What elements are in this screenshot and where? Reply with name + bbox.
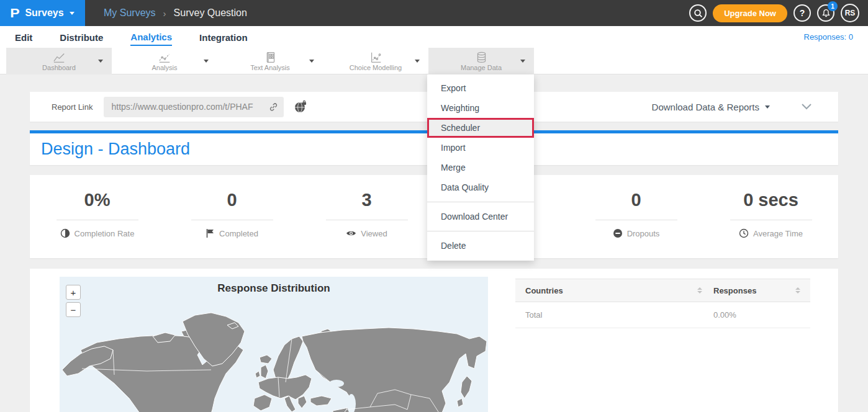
help-button[interactable]: ? <box>793 4 811 22</box>
tab-integration[interactable]: Integration <box>199 29 248 45</box>
countries-table: Countries Responses Total 0.00% <box>515 279 810 328</box>
upgrade-now-button[interactable]: Upgrade Now <box>713 4 787 22</box>
minus-circle-icon <box>613 228 623 238</box>
manage-data-menu: Export Weighting Scheduler Import Merge … <box>427 74 534 261</box>
menu-item-scheduler[interactable]: Scheduler <box>427 118 534 138</box>
toolbar-manage-data[interactable]: Manage Data <box>428 48 534 74</box>
eye-icon <box>346 228 356 238</box>
menu-divider <box>427 231 534 231</box>
menu-item-weighting[interactable]: Weighting <box>427 98 534 118</box>
globe-lock-icon[interactable] <box>294 100 307 114</box>
breadcrumb-current: Survey Question <box>174 7 247 19</box>
line-chart-icon <box>53 52 66 63</box>
report-link-label: Report Link <box>52 102 93 112</box>
stat-average-time: 0 secs Average Time <box>703 175 838 258</box>
column-responses: Responses <box>713 286 756 295</box>
response-map[interactable]: Response Distribution + − <box>60 277 488 412</box>
tab-distribute[interactable]: Distribute <box>60 29 103 45</box>
chevron-down-icon[interactable] <box>98 60 103 63</box>
chevron-down-icon[interactable] <box>204 60 209 63</box>
page-title: Design - Dashboard <box>41 140 190 159</box>
surveys-app-menu[interactable]: P Surveys <box>0 0 85 26</box>
table-row-total: Total 0.00% <box>515 302 810 328</box>
stat-dropouts: 0 Dropouts <box>569 175 703 258</box>
distribution-section: Response Distribution + − <box>30 269 838 412</box>
scatter-chart-icon <box>369 52 382 63</box>
toolbar-analysis[interactable]: Analysis <box>112 48 217 74</box>
analysis-chart-icon <box>158 52 171 63</box>
map-zoom-out-button[interactable]: − <box>66 302 81 317</box>
map-title: Response Distribution <box>60 282 488 295</box>
countries-table-header: Countries Responses <box>515 279 810 302</box>
map-zoom-in-button[interactable]: + <box>66 285 81 300</box>
stat-completed: 0 Completed <box>165 175 299 258</box>
toolbar-text-analysis[interactable]: Text Analysis <box>217 48 323 74</box>
analytics-toolbar: Dashboard Analysis Text Analysis Choice … <box>0 48 868 74</box>
report-url-input[interactable] <box>104 97 284 117</box>
chevron-down-icon <box>70 12 75 15</box>
breadcrumb: My Surveys › Survey Question <box>104 7 247 19</box>
menu-divider <box>427 202 534 202</box>
chevron-down-icon[interactable] <box>520 60 525 63</box>
chevron-down-icon[interactable] <box>415 60 420 63</box>
questionpro-logo: P <box>11 6 20 20</box>
survey-nav: Edit Distribute Analytics Integration Re… <box>0 26 868 48</box>
breadcrumb-my-surveys[interactable]: My Surveys <box>104 7 156 19</box>
search-icon <box>694 9 703 18</box>
clock-icon <box>739 228 749 238</box>
column-countries: Countries <box>525 286 563 295</box>
toolbar-choice-modelling[interactable]: Choice Modelling <box>323 48 428 74</box>
world-map <box>60 277 488 412</box>
tab-analytics[interactable]: Analytics <box>130 28 172 46</box>
top-bar: P Surveys My Surveys › Survey Question U… <box>0 0 868 26</box>
database-icon <box>475 52 488 63</box>
menu-item-download-center[interactable]: Download Center <box>427 207 534 226</box>
responses-count: Responses: 0 <box>804 32 854 42</box>
download-data-reports-button[interactable]: Download Data & Reports <box>652 102 770 112</box>
menu-item-data-quality[interactable]: Data Quality <box>427 177 534 197</box>
sort-countries-icon[interactable] <box>697 287 702 293</box>
collapse-chevron-icon[interactable] <box>801 103 812 110</box>
avatar[interactable]: RS <box>841 4 859 22</box>
link-icon[interactable] <box>268 102 279 112</box>
flag-icon <box>206 228 215 238</box>
tab-edit[interactable]: Edit <box>15 29 32 45</box>
search-button[interactable] <box>689 4 707 22</box>
half-circle-icon <box>60 228 70 238</box>
chevron-down-icon <box>765 105 770 109</box>
breadcrumb-separator: › <box>163 8 166 19</box>
toolbar-dashboard[interactable]: Dashboard <box>6 48 112 74</box>
menu-item-import[interactable]: Import <box>427 138 534 158</box>
notification-badge: 1 <box>828 1 838 11</box>
notifications-button[interactable]: 1 <box>817 4 834 22</box>
menu-item-delete[interactable]: Delete <box>427 236 534 256</box>
chevron-down-icon[interactable] <box>309 60 314 63</box>
stat-completion-rate: 0% Completion Rate <box>30 175 165 258</box>
document-grid-icon <box>264 52 277 63</box>
sort-responses-icon[interactable] <box>795 287 800 293</box>
menu-item-export[interactable]: Export <box>427 78 534 98</box>
menu-item-merge[interactable]: Merge <box>427 158 534 177</box>
stat-viewed: 3 Viewed <box>299 175 434 258</box>
